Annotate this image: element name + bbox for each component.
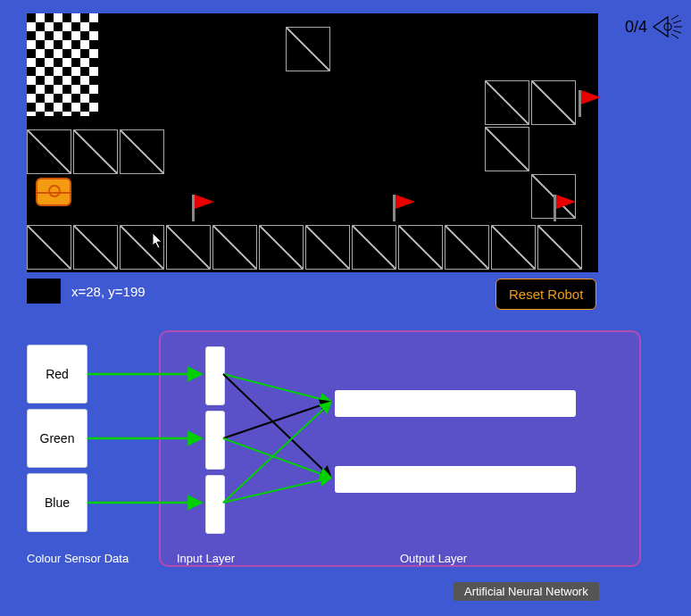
obstacle-tile <box>286 27 330 71</box>
input-node-1[interactable] <box>205 411 225 470</box>
input-node-2[interactable] <box>205 475 225 534</box>
output-layer-label: Output Layer <box>400 552 467 565</box>
flag-icon <box>192 195 219 221</box>
obstacle-tile <box>73 225 118 270</box>
color-swatch <box>27 279 61 304</box>
output-node-0[interactable] <box>335 390 576 417</box>
obstacle-tile <box>491 225 536 270</box>
reset-robot-button[interactable]: Reset Robot <box>495 279 596 310</box>
input-node-0[interactable] <box>205 346 225 405</box>
checkered-finish <box>27 13 98 116</box>
game-canvas[interactable] <box>27 13 598 272</box>
obstacle-tile <box>166 225 211 270</box>
svg-line-1 <box>671 15 679 20</box>
obstacle-tile <box>120 129 164 174</box>
obstacle-tile <box>27 225 71 270</box>
obstacle-tile <box>531 80 576 125</box>
score-collected: 0 <box>625 18 634 37</box>
robot-sensor-icon <box>652 13 684 40</box>
coord-readout: x=28, y=199 <box>27 279 146 304</box>
obstacle-tile <box>305 225 350 270</box>
nn-area: Red Green Blue Colour Sensor Data Input … <box>27 330 643 598</box>
input-layer-label: Input Layer <box>177 552 235 565</box>
obstacle-tile <box>485 80 529 125</box>
sensor-red: Red <box>27 345 87 404</box>
flag-counter: 0/4 <box>625 13 684 40</box>
sensor-data-label: Colour Sensor Data <box>27 552 129 565</box>
obstacle-tile <box>73 129 118 174</box>
svg-line-4 <box>673 30 681 33</box>
obstacle-tile <box>212 225 257 270</box>
sensor-green: Green <box>27 409 87 468</box>
coord-text: x=28, y=199 <box>71 284 146 299</box>
flag-icon <box>579 90 605 117</box>
obstacle-tile <box>445 225 489 270</box>
flag-icon <box>554 195 580 221</box>
svg-line-5 <box>671 34 679 38</box>
obstacle-tile <box>120 225 164 270</box>
obstacle-tile <box>27 129 71 174</box>
obstacle-tile <box>537 225 582 270</box>
nn-panel <box>159 330 641 567</box>
obstacle-tile <box>398 225 443 270</box>
sensor-blue: Blue <box>27 473 87 532</box>
obstacle-tile <box>352 225 396 270</box>
robot[interactable] <box>36 178 71 206</box>
obstacle-tile <box>485 127 529 171</box>
obstacle-tile <box>259 225 304 270</box>
flag-icon <box>393 195 420 221</box>
output-node-1[interactable] <box>335 466 576 493</box>
svg-line-2 <box>673 21 681 23</box>
nn-caption: Artificial Neural Network <box>454 582 599 601</box>
score-total: 4 <box>638 18 647 37</box>
